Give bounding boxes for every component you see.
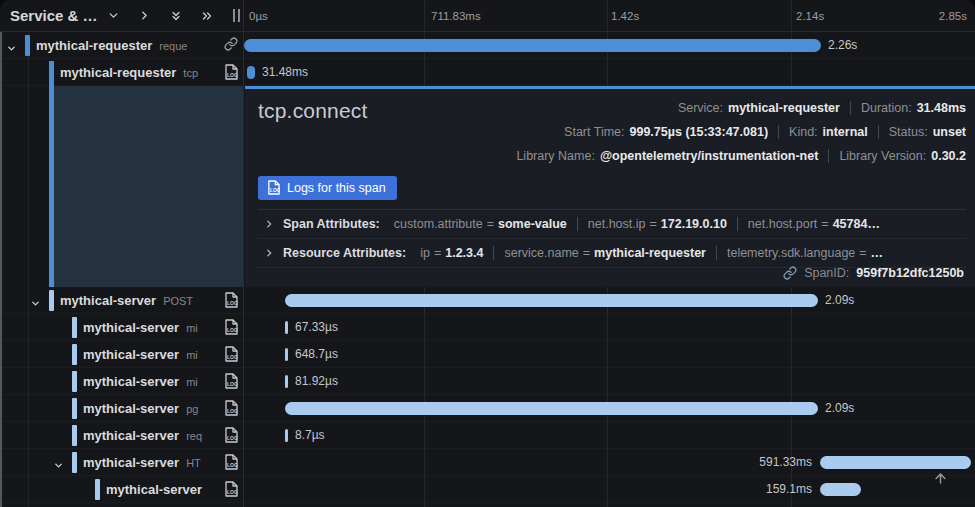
attribute-key: telemetry.sdk.language bbox=[727, 246, 855, 260]
overview-line: Service:mythical-requesterDuration:31.48… bbox=[678, 96, 966, 120]
column-resize-handle[interactable] bbox=[233, 9, 240, 22]
log-icon[interactable]: LOG bbox=[224, 454, 238, 474]
left-scrollbar[interactable] bbox=[0, 32, 2, 507]
svg-text:LOG: LOG bbox=[227, 354, 238, 360]
span-row[interactable]: mythical-serverLOG159.1ms bbox=[0, 476, 975, 503]
overview-label: Duration: bbox=[861, 101, 912, 115]
overview-value: unset bbox=[933, 125, 966, 139]
span-title: tcp.connect bbox=[258, 96, 368, 123]
chevrons-double-right-icon[interactable] bbox=[198, 7, 216, 25]
separator bbox=[577, 217, 578, 231]
chevron-right-icon[interactable] bbox=[264, 248, 274, 258]
span-timeline-cell: 2.09s bbox=[243, 287, 975, 313]
span-name: mythical-serverHT bbox=[83, 455, 201, 470]
chevrons-double-down-icon[interactable] bbox=[167, 7, 185, 25]
log-icon[interactable]: LOG bbox=[224, 292, 238, 312]
overview-label: Library Name: bbox=[516, 149, 595, 163]
log-icon[interactable]: LOG bbox=[224, 481, 238, 501]
log-icon[interactable]: LOG bbox=[224, 427, 238, 447]
span-duration-label: 591.33ms bbox=[759, 455, 812, 469]
span-row[interactable]: mythical-serverHTLOG591.33ms bbox=[0, 449, 975, 476]
overview-label: Service: bbox=[678, 101, 723, 115]
span-bar[interactable] bbox=[820, 483, 861, 496]
link-icon[interactable] bbox=[783, 266, 797, 280]
span-timeline-cell: 67.33µs bbox=[243, 314, 975, 340]
service-name: mythical-server bbox=[83, 347, 179, 362]
axis-tick: 1.42s bbox=[611, 10, 639, 22]
log-icon[interactable]: LOG bbox=[224, 319, 238, 339]
equals-sign: = bbox=[434, 246, 441, 260]
equals-sign: = bbox=[821, 217, 828, 231]
overview-item: Library Version:0.30.2 bbox=[839, 149, 966, 163]
link-icon[interactable] bbox=[224, 37, 238, 55]
span-row[interactable]: mythical-serverreqLOG8.7µs bbox=[0, 422, 975, 449]
operation-name: reque bbox=[159, 40, 187, 52]
log-icon[interactable]: LOG bbox=[224, 64, 238, 84]
span-row[interactable]: mythical-requesterreque2.26s bbox=[0, 32, 975, 59]
span-bar[interactable] bbox=[285, 402, 818, 415]
span-row[interactable]: mythical-servermiLOG81.92µs bbox=[0, 368, 975, 395]
span-rows: mythical-requesterreque2.26smythical-req… bbox=[0, 32, 975, 503]
axis-tick: 2.14s bbox=[796, 10, 824, 22]
span-duration-label: 81.92µs bbox=[295, 374, 338, 388]
span-color-marker bbox=[72, 398, 77, 419]
span-name-cell: mythical-serverreqLOG bbox=[0, 422, 243, 448]
span-attributes-row: Span Attributes: custom.attribute=some-v… bbox=[258, 210, 966, 239]
attribute-item: net.host.ip=172.19.0.10 bbox=[588, 217, 727, 231]
span-bar[interactable] bbox=[285, 348, 288, 361]
overview-line: Library Name:@opentelemetry/instrumentat… bbox=[516, 144, 966, 168]
log-icon[interactable]: LOG bbox=[224, 400, 238, 420]
span-bar[interactable] bbox=[247, 66, 255, 79]
attribute-key: custom.attribute bbox=[394, 217, 483, 231]
chevron-right-icon[interactable] bbox=[264, 219, 274, 229]
chevron-down-icon[interactable] bbox=[105, 7, 123, 25]
equals-sign: = bbox=[583, 246, 590, 260]
span-row[interactable]: mythical-requestertcpLOG31.48ms bbox=[0, 59, 975, 86]
log-icon[interactable]: LOG bbox=[224, 373, 238, 393]
span-id-value: 959f7b12dfc1250b bbox=[856, 266, 964, 280]
span-row[interactable]: mythical-servermiLOG67.33µs bbox=[0, 314, 975, 341]
span-row[interactable]: mythical-servermiLOG648.7µs bbox=[0, 341, 975, 368]
span-color-marker bbox=[25, 35, 30, 56]
attribute-item: custom.attribute=some-value bbox=[394, 217, 567, 231]
axis-tick: 711.83ms bbox=[431, 10, 481, 22]
trace-header: Service & … 0µs 711.83ms 1.42s 2.14s 2.8… bbox=[0, 0, 975, 32]
chevron-down-icon[interactable] bbox=[6, 40, 17, 58]
span-name: mythical-requestertcp bbox=[60, 65, 198, 80]
svg-text:LOG: LOG bbox=[227, 381, 238, 387]
attribute-value: 45784… bbox=[833, 217, 880, 231]
svg-text:LOG: LOG bbox=[227, 462, 238, 468]
span-name-cell: mythical-serverPOSTLOG bbox=[0, 287, 243, 313]
scroll-to-top-button[interactable] bbox=[928, 466, 952, 490]
span-duration-label: 648.7µs bbox=[295, 347, 338, 361]
chevron-down-icon[interactable] bbox=[53, 457, 64, 475]
span-timeline-cell: 81.92µs bbox=[243, 368, 975, 394]
overview-label: Status: bbox=[889, 125, 928, 139]
logs-for-span-button[interactable]: LOG Logs for this span bbox=[258, 176, 397, 200]
span-bar[interactable] bbox=[285, 294, 818, 307]
span-row[interactable]: mythical-serverPOSTLOG2.09s bbox=[0, 287, 975, 314]
span-id-row: SpanID: 959f7b12dfc1250b bbox=[783, 266, 964, 280]
separator bbox=[878, 125, 879, 139]
chevron-down-icon[interactable] bbox=[30, 295, 41, 313]
separator bbox=[850, 101, 851, 115]
span-name: mythical-servermi bbox=[83, 374, 198, 389]
span-bar[interactable] bbox=[244, 39, 821, 52]
span-duration-label: 159.1ms bbox=[766, 482, 812, 496]
log-icon[interactable]: LOG bbox=[224, 346, 238, 366]
span-attributes-items: custom.attribute=some-valuenet.host.ip=1… bbox=[394, 217, 880, 231]
span-bar[interactable] bbox=[285, 429, 288, 442]
chevron-right-icon[interactable] bbox=[136, 7, 154, 25]
span-duration-label: 8.7µs bbox=[295, 428, 325, 442]
operation-name: mi bbox=[186, 349, 198, 361]
span-row[interactable]: mythical-serverpgLOG2.09s bbox=[0, 395, 975, 422]
attribute-item: telemetry.sdk.language=… bbox=[727, 246, 883, 260]
span-color-marker bbox=[72, 425, 77, 446]
overview-item: Service:mythical-requester bbox=[678, 101, 840, 115]
span-bar[interactable] bbox=[285, 375, 288, 388]
operation-name: HT bbox=[186, 457, 201, 469]
service-name: mythical-requester bbox=[60, 65, 176, 80]
span-name: mythical-server bbox=[106, 482, 202, 497]
svg-text:LOG: LOG bbox=[270, 188, 280, 193]
span-bar[interactable] bbox=[285, 321, 288, 334]
